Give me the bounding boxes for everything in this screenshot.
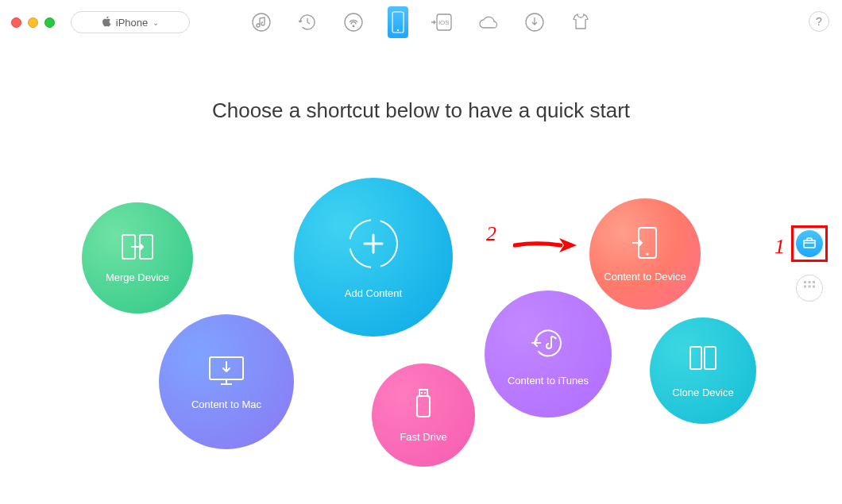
shortcut-label: Content to Device <box>604 271 686 283</box>
svg-rect-25 <box>813 286 815 288</box>
to-itunes-icon <box>527 322 569 364</box>
shortcut-content-to-device[interactable]: Content to Device <box>589 198 701 310</box>
shortcut-clone-device[interactable]: Clone Device <box>650 317 756 424</box>
shortcut-label: Content to iTunes <box>508 375 589 387</box>
grid-icon <box>803 280 816 296</box>
usb-icon <box>415 388 432 420</box>
merge-icon <box>121 233 154 260</box>
svg-rect-15 <box>417 396 430 417</box>
toolbox-icon <box>802 236 817 252</box>
svg-rect-20 <box>804 281 806 283</box>
shortcut-label: Clone Device <box>672 387 733 398</box>
shortcut-content-to-itunes[interactable]: Content to iTunes <box>485 290 612 417</box>
to-device-icon <box>632 226 658 260</box>
svg-rect-24 <box>809 286 811 288</box>
shortcut-label: Merge Device <box>106 271 169 283</box>
svg-rect-23 <box>804 286 806 288</box>
mode-categories-button[interactable] <box>796 275 823 302</box>
shortcut-canvas: Merge Device Add Content Content to Devi… <box>0 0 842 504</box>
clone-icon <box>687 344 719 375</box>
annotation-arrow-icon <box>513 235 578 259</box>
to-mac-icon <box>207 354 246 387</box>
svg-rect-21 <box>809 281 811 283</box>
svg-rect-22 <box>813 281 815 283</box>
annotation-step-1: 1 <box>774 235 785 259</box>
shortcut-add-content[interactable]: Add Content <box>294 178 453 337</box>
svg-rect-19 <box>705 347 716 369</box>
shortcut-fast-drive[interactable]: Fast Drive <box>372 364 475 467</box>
svg-rect-14 <box>419 390 427 396</box>
annotation-highlight-box <box>791 225 828 262</box>
shortcut-label: Add Content <box>345 287 402 299</box>
shortcut-content-to-mac[interactable]: Content to Mac <box>159 314 294 449</box>
shortcut-label: Content to Mac <box>191 398 261 410</box>
annotation-step-2: 2 <box>486 222 496 246</box>
shortcut-merge-device[interactable]: Merge Device <box>82 202 193 314</box>
mode-shortcuts-button[interactable] <box>796 230 823 257</box>
svg-point-12 <box>647 252 649 255</box>
shortcut-label: Fast Drive <box>400 431 446 443</box>
svg-rect-18 <box>690 347 701 369</box>
add-icon <box>346 216 401 271</box>
